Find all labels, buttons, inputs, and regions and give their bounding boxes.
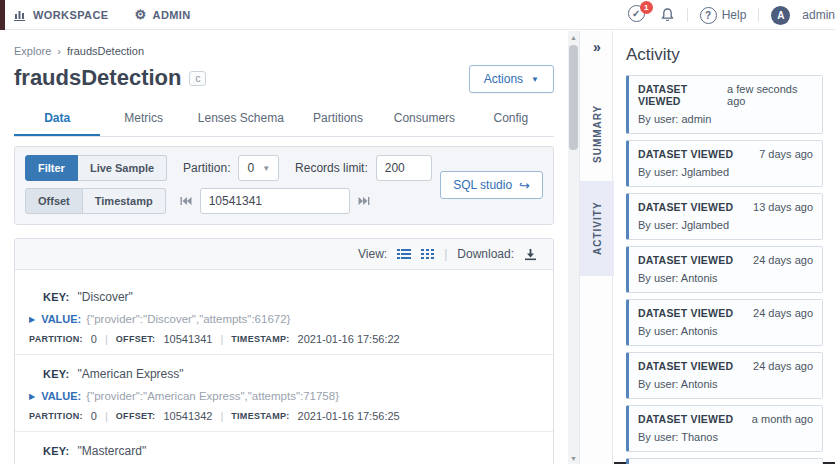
expand-triangle-icon[interactable]: ▶ xyxy=(29,315,35,324)
activity-type: DATASET VIEWED xyxy=(638,148,733,160)
list-view-icon[interactable] xyxy=(397,248,411,260)
partition-value: 0 xyxy=(247,161,254,175)
username-label[interactable]: admin xyxy=(802,8,835,22)
record-partition: 0 xyxy=(91,333,97,345)
main-scrollbar[interactable]: ▲ ▼ xyxy=(568,31,579,464)
rail-tab-activity[interactable]: ACTIVITY xyxy=(580,181,614,276)
breadcrumb-explore[interactable]: Explore xyxy=(14,45,51,57)
activity-item[interactable]: DATASET VIEWED a few seconds ago By user… xyxy=(626,75,823,134)
activity-time: a few seconds ago xyxy=(727,83,813,107)
record-key: "Discover" xyxy=(78,290,133,304)
activity-time: 24 days ago xyxy=(753,360,813,372)
record-key: "Mastercard" xyxy=(78,444,147,458)
activity-item[interactable]: DATASET VIEWED 24 days ago By user: Anto… xyxy=(626,299,823,346)
activity-type: DATASET VIEWED xyxy=(638,201,733,213)
tab-lenses-schema[interactable]: Lenses Schema xyxy=(187,103,295,136)
sql-studio-label: SQL studio xyxy=(453,178,512,192)
activity-item[interactable]: DATASET VIEWED 7 days ago By user: Jglam… xyxy=(626,140,823,187)
timestamp-meta-label: TIMESTAMP: xyxy=(231,334,289,344)
filter-mode-button[interactable]: Filter xyxy=(25,155,78,181)
activity-user: By user: Antonis xyxy=(638,378,813,390)
offset-mode-button[interactable]: Offset xyxy=(25,188,83,214)
activity-type: DATASET VIEWED xyxy=(638,413,733,425)
activity-user: By user: Antonis xyxy=(638,325,813,337)
records-limit-label: Records limit: xyxy=(295,161,368,175)
record-key: "American Express" xyxy=(78,367,184,381)
admin-label: ADMIN xyxy=(153,9,191,21)
record-timestamp: 2021-01-16 17:56:22 xyxy=(298,333,400,345)
record-row[interactable]: KEY: "Discover" ▶ VALUE: {"provider":"Di… xyxy=(15,270,553,355)
skip-to-end-icon[interactable] xyxy=(354,196,374,206)
workspace-nav-item[interactable]: WORKSPACE xyxy=(14,9,109,21)
activity-type: DATASET VIEWED xyxy=(638,307,733,319)
partition-meta-label: PARTITION: xyxy=(29,334,83,344)
record-offset: 10541341 xyxy=(163,333,212,345)
rail-tab-summary[interactable]: SUMMARY xyxy=(580,86,614,181)
records-list: KEY: "Discover" ▶ VALUE: {"provider":"Di… xyxy=(15,270,553,464)
bar-chart-icon xyxy=(14,9,27,21)
activity-item[interactable]: DATASET VIEWED 24 days ago By user: Anto… xyxy=(626,352,823,399)
offset-meta-label: OFFSET: xyxy=(116,334,156,344)
activity-panel-title: Activity xyxy=(626,45,823,65)
key-label: KEY: xyxy=(43,291,69,303)
bell-icon[interactable] xyxy=(660,7,675,23)
download-icon[interactable] xyxy=(524,248,537,261)
key-label: KEY: xyxy=(43,445,69,457)
record-row[interactable]: KEY: "American Express" ▶ VALUE: {"provi… xyxy=(15,355,553,432)
expand-triangle-icon[interactable]: ▶ xyxy=(29,392,35,401)
admin-nav-item[interactable]: ⚙ ADMIN xyxy=(135,8,191,21)
tab-consumers[interactable]: Consumers xyxy=(381,103,467,136)
live-sample-mode-button[interactable]: Live Sample xyxy=(78,155,167,181)
offset-meta-label: OFFSET: xyxy=(116,411,156,421)
activity-user: By user: Antonis xyxy=(638,272,813,284)
tab-config[interactable]: Config xyxy=(468,103,554,136)
activity-item[interactable]: DATASET VIEWED 13 days ago By user: Jgla… xyxy=(626,193,823,240)
tab-metrics[interactable]: Metrics xyxy=(100,103,186,136)
scroll-up-arrow[interactable]: ▲ xyxy=(568,31,579,43)
record-row[interactable]: KEY: "Mastercard" ▶ VALUE: {"provider":"… xyxy=(15,432,553,464)
activity-time: a month ago xyxy=(752,413,813,425)
value-label: VALUE: xyxy=(41,390,81,402)
gear-icon: ⚙ xyxy=(135,8,147,21)
timestamp-mode-button[interactable]: Timestamp xyxy=(83,188,166,214)
breadcrumb-separator: › xyxy=(57,45,61,57)
topic-tabs: Data Metrics Lenses Schema Partitions Co… xyxy=(14,103,554,137)
partition-meta-label: PARTITION: xyxy=(29,411,83,421)
query-filter-panel: Filter Live Sample Partition: 0 ▼ Record… xyxy=(14,146,554,225)
actions-button[interactable]: Actions ▼ xyxy=(469,65,554,93)
sql-studio-button[interactable]: SQL studio ↪ xyxy=(440,171,543,199)
chevron-down-icon: ▼ xyxy=(531,75,539,84)
activity-time: 24 days ago xyxy=(753,307,813,319)
workspace-label: WORKSPACE xyxy=(33,9,109,21)
chevron-down-icon: ▼ xyxy=(262,164,270,173)
topic-name: fraudsDetection xyxy=(14,65,181,91)
activity-item[interactable]: DATASET VIEWED 24 days ago By user: Anto… xyxy=(626,246,823,293)
scrollbar-thumb[interactable] xyxy=(569,45,578,150)
audit-notifications-button[interactable]: ✓ 1 xyxy=(628,5,648,25)
record-partition: 0 xyxy=(91,410,97,422)
tab-partitions[interactable]: Partitions xyxy=(295,103,381,136)
scroll-down-arrow[interactable]: ▼ xyxy=(568,452,579,464)
view-label: View: xyxy=(358,247,387,261)
skip-to-start-icon[interactable] xyxy=(176,196,196,206)
activity-item[interactable]: DATASET VIEWED a month ago By user: Than… xyxy=(626,405,823,452)
activity-user: By user: admin xyxy=(638,113,813,125)
activity-item[interactable]: TOPIC UPDATE a month ago By user: Adamos xyxy=(626,458,823,464)
collapse-panel-icon[interactable]: » xyxy=(580,39,614,55)
records-limit-input[interactable] xyxy=(376,155,432,181)
tab-data[interactable]: Data xyxy=(14,103,100,136)
partition-select[interactable]: 0 ▼ xyxy=(238,155,279,181)
compacted-badge: c xyxy=(189,71,206,86)
main-content-area: Explore › fraudsDetection fraudsDetectio… xyxy=(0,31,568,464)
avatar[interactable]: A xyxy=(771,6,790,25)
question-circle-icon: ? xyxy=(700,7,717,24)
activity-time: 24 days ago xyxy=(753,254,813,266)
breadcrumb: Explore › fraudsDetection xyxy=(14,45,554,57)
grid-view-icon[interactable] xyxy=(421,248,434,260)
records-panel: View: | Download: KEY: "Discover" xyxy=(14,238,554,464)
help-button[interactable]: ? Help xyxy=(700,7,747,24)
divider xyxy=(687,8,688,22)
offset-value-input[interactable] xyxy=(200,188,350,214)
divider: | xyxy=(220,410,223,422)
window-edge-strip xyxy=(0,0,5,30)
